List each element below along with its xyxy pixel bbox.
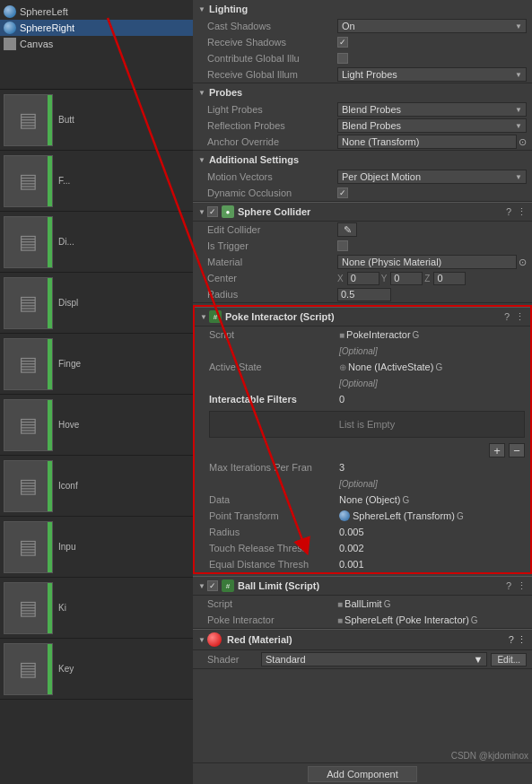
help-icon[interactable]: ? xyxy=(506,206,511,218)
reflection-probes-value: Blend Probes ▼ xyxy=(337,118,527,133)
ball-limit-enable-checkbox[interactable] xyxy=(207,580,218,591)
radius-input[interactable] xyxy=(337,288,391,301)
collapse-arrow-icon: ▼ xyxy=(198,208,207,216)
light-probes-dropdown[interactable]: Blend Probes ▼ xyxy=(337,102,527,117)
poke-optional1-row: [Optional] xyxy=(195,343,530,359)
is-trigger-row: Is Trigger xyxy=(193,238,532,254)
help-icon[interactable]: ? xyxy=(509,634,514,645)
shader-dropdown[interactable]: Standard ▼ xyxy=(261,652,487,666)
list-item[interactable]: ▤ Finge xyxy=(0,334,193,395)
poke-max-iter-label: Max Iterations Per Fran xyxy=(209,462,339,473)
material-dropdown[interactable]: None (Physic Material) xyxy=(337,255,517,269)
list-item[interactable]: ▤ Di... xyxy=(0,212,193,273)
poke-script-value: ■ PokeInteractor G xyxy=(339,329,525,340)
settings-icon[interactable]: ⋮ xyxy=(515,311,525,323)
probes-section-header[interactable]: ▼ Probes xyxy=(193,83,532,101)
reflection-probes-dropdown[interactable]: Blend Probes ▼ xyxy=(337,118,527,133)
contribute-gi-value xyxy=(337,53,527,64)
thumb-label: Finge xyxy=(58,358,81,370)
center-z-input[interactable] xyxy=(433,272,466,285)
point-transform-target-icon: G xyxy=(457,511,464,521)
poke-touch-release-row: Touch Release Thresh 0.002 xyxy=(195,540,530,556)
thumbnail-box: ▤ xyxy=(4,521,53,573)
list-remove-button[interactable]: − xyxy=(509,443,525,457)
poke-interactor-icon: # xyxy=(209,310,222,323)
contribute-gi-label: Contribute Global Illu xyxy=(207,53,337,64)
poke-radius-label: Radius xyxy=(209,527,339,537)
list-empty-text: List is Empty xyxy=(339,419,395,430)
material-value: None (Physic Material) ⊙ xyxy=(337,255,527,269)
receive-shadows-checkbox[interactable] xyxy=(337,37,348,48)
list-item[interactable]: ▤ Displ xyxy=(0,273,193,334)
poke-equal-distance-row: Equal Distance Thresh 0.001 xyxy=(195,556,530,572)
poke-empty-list: List is Empty xyxy=(209,411,525,438)
poke-touch-release-value: 0.002 xyxy=(339,543,525,553)
receive-gi-dropdown[interactable]: Light Probes ▼ xyxy=(337,67,527,82)
ball-limit-header[interactable]: ▼ # Ball Limit (Script) ? ⋮ xyxy=(193,576,532,596)
add-component-button[interactable]: Add Component xyxy=(308,766,417,782)
dropdown-arrow-icon: ▼ xyxy=(515,122,522,130)
dropdown-arrow-icon: ▼ xyxy=(474,654,484,665)
additional-settings-title: Additional Settings xyxy=(209,154,299,165)
edit-collider-btn[interactable]: ✎ xyxy=(337,222,357,237)
cast-shadows-dropdown[interactable]: On ▼ xyxy=(337,19,527,33)
collapse-arrow-icon: ▼ xyxy=(198,636,207,644)
anchor-override-dropdown[interactable]: None (Transform) xyxy=(337,135,517,149)
settings-icon[interactable]: ⋮ xyxy=(517,206,527,218)
list-item[interactable]: ▤ Inpu xyxy=(0,517,193,578)
cast-shadows-label: Cast Shadows xyxy=(207,21,337,31)
watermark: CSDN @kjdominox xyxy=(451,751,528,761)
additional-settings-section-header[interactable]: ▼ Additional Settings xyxy=(193,151,532,169)
poke-equal-distance-label: Equal Distance Thresh xyxy=(209,559,339,570)
collapse-arrow-icon: ▼ xyxy=(198,89,205,97)
list-item[interactable]: ▤ Butt xyxy=(0,90,193,151)
collapse-arrow-icon: ▼ xyxy=(198,156,205,164)
poke-list-controls: + − xyxy=(195,441,530,459)
receive-gi-row: Receive Global Illum Light Probes ▼ xyxy=(193,66,532,83)
shader-edit-button[interactable]: Edit... xyxy=(491,653,527,666)
motion-vectors-dropdown[interactable]: Per Object Motion ▼ xyxy=(337,170,527,184)
material-header[interactable]: ▼ Red (Material) ? ⋮ xyxy=(193,629,532,650)
thumb-icon: ▤ xyxy=(19,231,38,254)
hierarchy-item-sphere-left[interactable]: SphereLeft xyxy=(0,4,193,20)
sphere-small-icon xyxy=(339,510,350,521)
sphere-collider-enable-checkbox[interactable] xyxy=(207,206,218,217)
ball-script-target-icon: G xyxy=(384,599,391,609)
anchor-override-value: None (Transform) ⊙ xyxy=(337,135,527,149)
ball-script-label: Script xyxy=(207,598,337,609)
dynamic-occlusion-checkbox[interactable] xyxy=(337,187,348,198)
hierarchy-item-canvas[interactable]: Canvas xyxy=(0,36,193,52)
sphere-collider-actions: ? ⋮ xyxy=(506,206,527,218)
list-item[interactable]: ▤ Iconf xyxy=(0,456,193,517)
motion-vectors-row: Motion Vectors Per Object Motion ▼ xyxy=(193,169,532,185)
poke-point-transform-value: SphereLeft (Transform) G xyxy=(339,510,525,521)
poke-interactor-header[interactable]: ▼ # Poke Interactor (Script) ? ⋮ xyxy=(195,307,530,327)
thumb-label: F... xyxy=(58,175,70,187)
help-icon[interactable]: ? xyxy=(504,311,510,323)
poke-interactor-section: ▼ # Poke Interactor (Script) ? ⋮ Script … xyxy=(193,305,532,574)
lighting-section-header[interactable]: ▼ Lighting xyxy=(193,0,532,18)
poke-active-state-label: Active State xyxy=(209,362,339,372)
list-add-button[interactable]: + xyxy=(489,443,505,457)
motion-vectors-label: Motion Vectors xyxy=(207,171,337,182)
list-item[interactable]: ▤ Ki xyxy=(0,578,193,639)
collapse-arrow-icon: ▼ xyxy=(198,582,207,590)
poke-script-name: PokeInteractor xyxy=(346,329,411,340)
anchor-override-label: Anchor Override xyxy=(207,136,337,147)
is-trigger-checkbox[interactable] xyxy=(337,240,348,251)
hierarchy-item-sphere-right[interactable]: SphereRight xyxy=(0,20,193,36)
center-x-input[interactable] xyxy=(347,272,379,285)
contribute-gi-checkbox[interactable] xyxy=(337,53,348,64)
poke-interactor-actions: ? ⋮ xyxy=(504,311,525,323)
sphere-collider-header[interactable]: ▼ ● Sphere Collider ? ⋮ xyxy=(193,202,532,222)
list-item[interactable]: ▤ F... xyxy=(0,151,193,212)
list-item[interactable]: ▤ Key xyxy=(0,639,193,700)
center-y-input[interactable] xyxy=(390,272,423,285)
settings-icon[interactable]: ⋮ xyxy=(517,580,527,592)
x-label: X xyxy=(337,274,344,283)
list-item[interactable]: ▤ Hove xyxy=(0,395,193,456)
settings-icon[interactable]: ⋮ xyxy=(517,634,527,645)
thumbnail-box: ▤ xyxy=(4,338,53,390)
help-icon[interactable]: ? xyxy=(506,580,511,592)
thumbnail-box: ▤ xyxy=(4,460,53,512)
